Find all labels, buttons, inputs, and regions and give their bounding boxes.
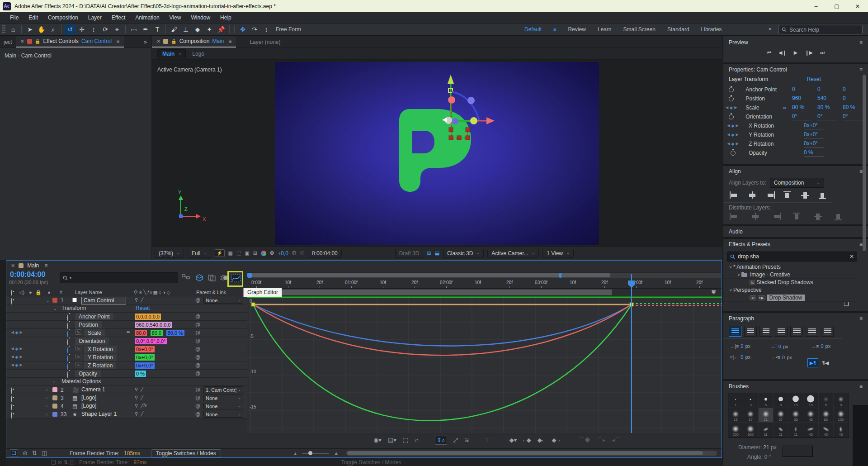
property-name[interactable]: Position — [75, 321, 102, 328]
ghost-frame-icon[interactable]: ⊘ — [23, 450, 28, 456]
composition-tab[interactable]: ✕ 🔓 Composition Main ≡ — [152, 36, 236, 48]
panel-menu-icon[interactable]: ≡ — [859, 39, 863, 46]
zoom-out-mountain-icon[interactable]: ▲ — [293, 451, 297, 456]
panel-menu-icon[interactable]: ≡ — [228, 38, 231, 44]
brush-preset-65[interactable]: 65 — [819, 408, 834, 423]
fit-all-graphs-icon[interactable]: ≋ — [464, 437, 469, 443]
label-column-icon[interactable]: ⬧ — [48, 290, 50, 295]
property-row-anchor-point[interactable]: Anchor Point0,0,0,0,0,0@ — [6, 313, 247, 321]
preset-tree-drop-shadow[interactable]: 32€▶Drop Shadow — [723, 294, 857, 302]
property-value[interactable]: 960 — [792, 95, 812, 102]
layer-switches[interactable]: ⚲ ╱ — [135, 411, 143, 416]
pick-whip-icon[interactable]: @ — [195, 322, 200, 327]
indent-left-value[interactable]: 0 — [741, 343, 743, 349]
property-name[interactable]: Z Rotation — [84, 362, 116, 369]
camera-marquee-tool[interactable]: ⌖ — [111, 24, 123, 35]
expand-layer-icon[interactable]: › — [46, 404, 47, 409]
draft-3d-toggle[interactable]: Draft 3D — [395, 249, 424, 258]
dolly-camera-tool[interactable]: ↕ — [88, 24, 99, 35]
close-tab-icon[interactable]: ✕ — [11, 263, 15, 269]
help-search-input[interactable]: Search Help — [778, 25, 863, 34]
property-name[interactable]: Scale — [84, 329, 105, 337]
camera-dolly-mode[interactable]: ↕ — [260, 24, 272, 35]
align-top-button[interactable] — [783, 191, 790, 200]
layer-name-column[interactable]: Layer Name — [75, 290, 102, 295]
comp-nav-main-pill[interactable]: Main ‹ — [157, 49, 186, 58]
expand-layer-icon[interactable]: ⌄ — [46, 298, 50, 303]
auto-zoom-graph-icon[interactable]: ⇕⌕ — [435, 436, 447, 445]
magnification-dropdown[interactable]: (37%)⌄ — [155, 249, 184, 258]
close-tab-icon[interactable]: ✕ — [20, 38, 24, 44]
keyframe-icon[interactable]: ◆ — [731, 124, 735, 128]
property-name[interactable]: Opacity — [75, 370, 101, 377]
preset-tree-image-creative[interactable]: ∨Image - Creative — [723, 271, 857, 279]
puppet-pin-tool[interactable]: 📌 — [215, 24, 227, 35]
graph-show-properties-icon[interactable]: ◉▾ — [373, 437, 382, 443]
frame-blending-icon[interactable] — [208, 274, 216, 281]
keyframe-icon[interactable]: ◆ — [15, 330, 19, 335]
layer-viewer-tab[interactable]: Layer (none) — [236, 39, 280, 48]
brush-tool[interactable]: 🖌 — [168, 24, 180, 35]
expand-transform-icon[interactable]: ⌄ — [53, 306, 57, 311]
pick-whip-icon[interactable]: @ — [195, 387, 200, 392]
property-value-chip[interactable]: 80,0 — [135, 330, 147, 336]
layer-row-logo-3[interactable]: ›3▤[Logo]⚲ ╱@None⌄ — [6, 394, 247, 402]
toggle-switches-modes-button[interactable]: Toggle Switches / Modes — [151, 449, 221, 457]
workspace-small-screen[interactable]: Small Screen — [623, 26, 656, 33]
layer-label-swatch[interactable] — [52, 298, 57, 303]
easy-ease-in-icon[interactable]: ◆⌐ — [538, 437, 546, 443]
property-value[interactable]: 0x+0° — [804, 140, 824, 147]
effect-controls-tab[interactable]: ✕ 🔓 Effect Controls Cam Control ≡ — [16, 36, 124, 48]
panel-menu-icon[interactable]: ≡ — [116, 38, 119, 44]
align-text-center-button[interactable] — [744, 326, 757, 337]
indent-right-field[interactable]: →≡0px — [811, 343, 830, 349]
brush-preset-11-angled[interactable]: 11 — [759, 423, 774, 437]
pick-whip-icon[interactable]: @ — [195, 346, 200, 352]
close-tab-icon[interactable]: ✕ — [156, 38, 160, 44]
transparency-grid-icon[interactable]: ▦ — [228, 250, 233, 256]
keyframe-icon[interactable]: ◆ — [731, 133, 735, 137]
property-row-position[interactable]: Position960,0,540,0,0,0@ — [6, 321, 247, 329]
align-h-center-button[interactable] — [747, 191, 755, 200]
property-value-chip[interactable]: 0x+0,0° — [135, 346, 155, 352]
space-before-value[interactable]: 0 — [741, 354, 743, 360]
time-ruler[interactable]: 0:00f10f20f01:00f10f20f02:00f10f20f03:00… — [247, 279, 722, 289]
roto-brush-tool[interactable]: ✦ — [203, 24, 215, 35]
menu-help[interactable]: Help — [216, 13, 236, 22]
composition-viewport[interactable]: Active Camera (Camera 1) — [152, 60, 722, 247]
maximize-button[interactable]: ▢ — [826, 0, 847, 12]
ground-plane-icon[interactable]: ⊞ — [427, 250, 431, 256]
indent-left-field[interactable]: →|≡0px — [730, 343, 750, 349]
panel-menu-icon[interactable]: ≡ — [44, 262, 47, 269]
brush-preset-3[interactable]: 3 — [743, 393, 758, 408]
playhead-line[interactable] — [631, 274, 632, 433]
expander-icon[interactable]: ∨ — [736, 272, 741, 277]
include-in-graph-icon[interactable]: ∿ — [75, 329, 81, 335]
space-before-field[interactable]: ≡|←0px — [730, 354, 750, 360]
property-value-chip[interactable]: 960,0,540,0,0,0 — [135, 322, 172, 328]
property-value-chip[interactable]: 0x+0,0° — [135, 354, 155, 361]
comp-nav-back-icon[interactable]: ‹ — [179, 51, 181, 57]
layer-visibility-toggle[interactable] — [11, 298, 12, 305]
transform-reset-button[interactable]: Reset — [136, 305, 150, 311]
panel-menu-icon[interactable]: ≡ — [859, 315, 863, 322]
audio-column-icon[interactable]: ◁) — [19, 290, 24, 295]
property-value-chip[interactable]: 0 % — [135, 371, 146, 377]
property-value[interactable]: 0 — [817, 86, 837, 93]
next-keyframe-icon[interactable]: ▶ — [19, 347, 22, 351]
expand-layer-icon[interactable]: › — [46, 388, 47, 392]
clear-search-icon[interactable]: ✕ — [849, 253, 854, 260]
layer-row-shape-layer-1[interactable]: ›33★Shape Layer 1⚲ ╱@None⌄ — [6, 410, 247, 418]
layer-name[interactable]: Cam Control — [81, 297, 126, 304]
hand-tool[interactable]: ✋ — [36, 24, 47, 35]
graph-transform-box-icon[interactable]: ⬚ — [403, 437, 408, 443]
next-keyframe-icon[interactable]: ▶ — [19, 330, 22, 335]
brush-preset-200[interactable]: 200 — [728, 423, 743, 437]
layer-label-swatch[interactable] — [52, 395, 57, 400]
include-in-graph-icon[interactable]: ∿ — [75, 346, 81, 351]
layer-row-camera-1[interactable]: ›2🎥Camera 1⚲ ╱@1. Cam Contr¦⌄ — [6, 386, 247, 394]
easy-ease-out-icon[interactable]: ◆¬ — [552, 437, 560, 443]
project-tab-partial[interactable]: ject — [0, 39, 16, 48]
zoom-tool[interactable]: ⌕ — [47, 24, 59, 35]
layer-switches[interactable]: ⚲ ╱ — [135, 387, 143, 392]
